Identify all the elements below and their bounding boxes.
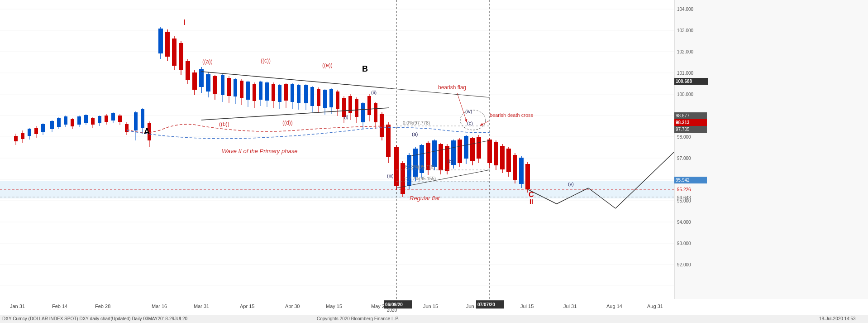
svg-rect-104	[304, 85, 308, 103]
svg-rect-132	[394, 147, 399, 186]
wave-c-label: C	[529, 191, 534, 198]
wave-bb-label: ((b))	[219, 121, 229, 127]
fib-1272-label: 127.2%(95.155)	[404, 176, 436, 181]
svg-rect-120	[355, 99, 358, 117]
wave-iii-label: (iii)	[387, 173, 394, 178]
svg-rect-76	[213, 76, 217, 94]
price-98: 98.000	[677, 135, 691, 140]
svg-rect-48	[111, 113, 115, 121]
svg-rect-126	[374, 103, 377, 122]
svg-rect-20	[14, 136, 18, 141]
xaxis-mar31: Mar 31	[194, 304, 209, 309]
price-95942-badge: 95.942	[676, 178, 690, 183]
xaxis-jun15: Jun 15	[423, 304, 438, 309]
svg-rect-94	[272, 84, 275, 101]
bearish-flag-label: bearish flag	[438, 84, 466, 91]
xaxis-apr30: Apr 30	[285, 304, 300, 309]
svg-rect-44	[98, 116, 101, 123]
svg-rect-90	[259, 82, 262, 100]
xaxis-jul31: Jul 31	[563, 304, 577, 309]
price-98677-badge: 98.677	[676, 113, 690, 118]
svg-rect-102	[297, 85, 300, 103]
price-102: 102.000	[677, 49, 694, 54]
svg-rect-36	[71, 119, 74, 126]
svg-rect-162	[494, 142, 498, 165]
svg-rect-112	[329, 89, 333, 107]
svg-rect-124	[367, 96, 371, 115]
wave-1-label: I	[183, 19, 185, 26]
price-104: 104.000	[677, 7, 694, 12]
regular-flat-label: Regular flat	[410, 195, 440, 202]
svg-rect-168	[513, 155, 517, 180]
svg-rect-40	[84, 115, 88, 123]
svg-rect-106	[310, 87, 314, 106]
svg-rect-100	[291, 84, 294, 102]
fib-0-label: 0.0%(97.778)	[403, 121, 430, 125]
svg-rect-170	[519, 158, 524, 184]
xaxis-feb14: Feb 14	[52, 304, 67, 309]
svg-rect-32	[57, 118, 61, 127]
xaxis-jun09: 06/09/20	[385, 302, 403, 307]
wave-ii-text: Wave II of the Primary phase	[222, 148, 297, 154]
xaxis-jul07: 07/07/20	[477, 302, 495, 307]
svg-rect-56	[141, 109, 144, 128]
svg-rect-42	[91, 118, 95, 125]
price-94: 94.000	[677, 220, 691, 225]
svg-rect-164	[500, 146, 505, 169]
price-94643: 94.643	[677, 195, 691, 200]
svg-rect-54	[134, 112, 138, 130]
price-97705-badge: 97.705	[676, 127, 690, 132]
svg-rect-64	[172, 39, 176, 66]
price-93: 93.000	[677, 241, 691, 246]
svg-rect-74	[206, 74, 210, 92]
svg-rect-34	[64, 116, 67, 125]
svg-rect-156	[470, 138, 475, 161]
xaxis-jul15: Jul 15	[520, 304, 534, 309]
svg-rect-172	[525, 164, 530, 189]
svg-rect-108	[317, 89, 320, 106]
svg-rect-50	[118, 116, 122, 122]
bearish-death-cross-label: bearish death cross	[490, 112, 533, 118]
svg-rect-80	[227, 78, 231, 96]
svg-rect-110	[323, 90, 327, 108]
wave-cc-label: ((c))	[261, 58, 271, 64]
svg-rect-66	[179, 43, 183, 70]
xaxis-feb28: Feb 28	[95, 304, 110, 309]
copyright-label: Copyrights 2020 Bloomberg Finance L.P.	[317, 316, 399, 321]
price-100: 100.000	[677, 92, 694, 97]
price-101: 101.000	[677, 71, 694, 76]
svg-rect-92	[265, 82, 269, 101]
wave-v-label: (v)	[568, 181, 574, 187]
svg-rect-152	[458, 140, 462, 163]
wave-ii-main-label: II	[529, 198, 533, 205]
svg-rect-62	[165, 32, 170, 57]
fib-618-label: 61.8%(95.716)	[405, 164, 435, 169]
svg-rect-98	[284, 84, 288, 101]
wave-i-label: (i)	[344, 114, 348, 120]
timestamp-label: 18-Jul-2020 14:53	[819, 316, 856, 321]
svg-rect-30	[50, 121, 54, 129]
xaxis-mar16: Mar 16	[152, 304, 167, 309]
price-97: 97.000	[677, 156, 691, 161]
wave-a2-label: (a)	[412, 131, 418, 137]
svg-rect-122	[361, 103, 365, 122]
wave-iv-label: (iv)	[465, 109, 472, 114]
price-103: 103.000	[677, 28, 694, 33]
wave-b-label: B	[362, 64, 368, 73]
svg-rect-28	[41, 124, 45, 132]
xaxis-aug31: Aug 31	[647, 304, 663, 309]
wave-b2-label: (b)	[447, 159, 453, 164]
svg-rect-26	[34, 128, 38, 134]
xaxis-may15: May 15	[326, 304, 342, 309]
chart-svg: I B A ((a)) ((c)) ((e)) ((b)) ((d)) (i) …	[0, 0, 868, 323]
svg-rect-160	[487, 140, 492, 163]
xaxis-2020-1: 2020	[387, 308, 397, 313]
xaxis-aug14: Aug 14	[606, 304, 622, 309]
svg-rect-144	[432, 140, 437, 167]
svg-rect-166	[506, 149, 511, 172]
wave-aa-label: ((a))	[202, 58, 213, 65]
svg-rect-154	[464, 136, 468, 159]
svg-rect-114	[336, 92, 339, 109]
svg-rect-52	[125, 124, 129, 132]
price-92: 92.000	[677, 262, 691, 267]
